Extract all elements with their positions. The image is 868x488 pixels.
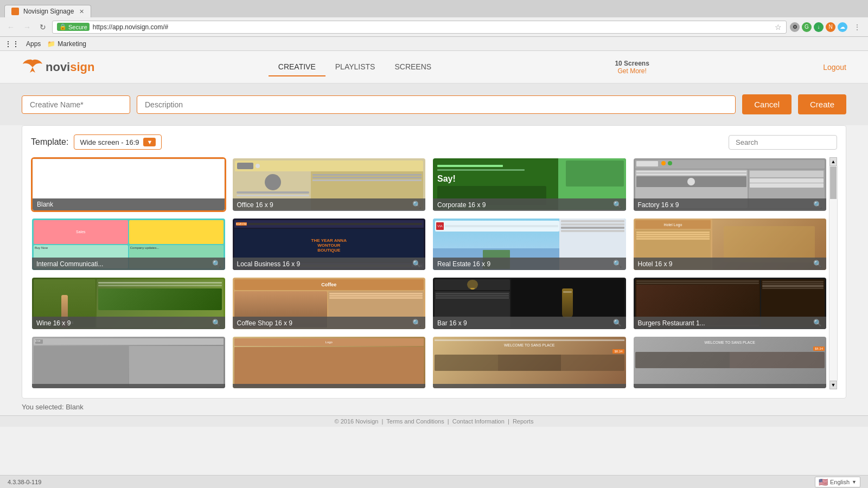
- nav-bar: ← → ↻ 🔒 Secure https://app.novisign.com/…: [0, 17, 868, 37]
- nav-screens[interactable]: SCREENS: [385, 58, 441, 76]
- tab-favicon: [11, 8, 19, 15]
- template-card-local-biz[interactable]: KGB FM THE YEAR ANNAWONTOURBOUTIQUE KGB …: [232, 217, 427, 271]
- template-label-blank: Blank: [33, 198, 225, 210]
- footer-contact[interactable]: Contact Information: [452, 418, 505, 425]
- footer-reports[interactable]: Reports: [513, 418, 534, 425]
- app-body: novi sign CREATIVE PLAYLISTS SCREENS 10 …: [0, 51, 868, 488]
- logout-button[interactable]: Logout: [823, 63, 846, 72]
- template-label-partial3: [433, 384, 626, 388]
- reload-button[interactable]: ↻: [37, 22, 49, 33]
- template-label-partial1: [32, 384, 225, 388]
- template-card-hotel[interactable]: Hotel Logo: [633, 217, 828, 271]
- status-bar: 4.3.38-0-119 🇺🇸 English ▼: [0, 475, 868, 488]
- scroll-down-button[interactable]: ▼: [829, 381, 837, 389]
- language-selector[interactable]: 🇺🇸 English ▼: [815, 477, 860, 487]
- zoom-icon-wine[interactable]: 🔍: [212, 319, 221, 327]
- address-bar[interactable]: 🔒 Secure https://app.novisign.com/# ☆: [52, 21, 787, 34]
- template-section: Template: Wide screen - 16:9 ▼: [22, 125, 846, 399]
- template-dropdown[interactable]: Wide screen - 16:9 ▼: [74, 134, 162, 150]
- get-more-link[interactable]: Get More!: [615, 67, 649, 75]
- bookmark-marketing[interactable]: 📁 Marketing: [47, 40, 86, 48]
- template-card-coffee[interactable]: Coffee: [232, 277, 427, 330]
- ext-icon-3[interactable]: ↓: [814, 22, 824, 32]
- template-preview-partial1: תורות: [32, 337, 225, 388]
- zoom-icon-coffee[interactable]: 🔍: [412, 319, 421, 327]
- forward-button[interactable]: →: [21, 22, 34, 33]
- back-button[interactable]: ←: [4, 22, 17, 33]
- template-preview-partial3: WELCOME TO SANS PLACE $8.34: [433, 337, 626, 388]
- template-card-partial4[interactable]: WELCOME TO SANS PLACE $8.34: [633, 336, 828, 389]
- flag-icon: 🇺🇸: [819, 478, 828, 486]
- zoom-icon[interactable]: 🔍: [412, 201, 421, 209]
- dropdown-value: Wide screen - 16:9: [80, 138, 139, 146]
- top-nav: novi sign CREATIVE PLAYLISTS SCREENS 10 …: [0, 51, 868, 84]
- browser-chrome: Novisign Signage ✕ ← → ↻ 🔒 Secure https:…: [0, 0, 868, 51]
- template-card-blank[interactable]: Blank: [31, 157, 226, 212]
- chevron-down-icon: ▼: [143, 138, 156, 146]
- secure-badge: 🔒 Secure: [57, 23, 90, 31]
- ext-icon-5[interactable]: ☁: [838, 22, 847, 32]
- secure-label: Secure: [68, 24, 87, 30]
- template-label-wine: Wine 16 x 9 🔍: [32, 317, 225, 329]
- scrollbar[interactable]: ▲ ▼: [829, 157, 837, 389]
- bookmark-label: Marketing: [58, 40, 86, 48]
- url-text: https://app.novisign.com/#: [93, 23, 771, 31]
- template-label-real-estate: Real Estate 16 x 9 🔍: [433, 258, 626, 270]
- template-preview-partial4: WELCOME TO SANS PLACE $8.34: [634, 337, 827, 388]
- template-card-internal[interactable]: Sales Buy Now Company updates... Interna…: [31, 217, 226, 271]
- creative-name-input[interactable]: [22, 95, 130, 114]
- template-label-bar: Bar 16 x 9 🔍: [433, 317, 626, 329]
- zoom-icon-corp[interactable]: 🔍: [613, 201, 622, 209]
- zoom-icon-local-biz[interactable]: 🔍: [412, 260, 421, 268]
- nav-playlists[interactable]: PLAYLISTS: [326, 58, 385, 76]
- footer-terms[interactable]: Terms and Conditions: [386, 418, 444, 425]
- zoom-icon-burgers[interactable]: 🔍: [813, 319, 822, 327]
- scroll-thumb[interactable]: [830, 166, 837, 199]
- description-input[interactable]: [137, 95, 736, 114]
- template-grid-wrapper: Blank: [31, 157, 827, 389]
- bookmark-apps[interactable]: Apps: [26, 40, 41, 48]
- zoom-icon-hotel[interactable]: 🔍: [813, 260, 822, 268]
- template-label: Template:: [31, 137, 68, 147]
- template-card-office[interactable]: Office 16 x 9 🔍: [232, 157, 427, 212]
- nav-links: CREATIVE PLAYLISTS SCREENS: [269, 58, 441, 76]
- scroll-track: [829, 166, 838, 381]
- template-label-burgers: Burgers Restaurant 1... 🔍: [634, 317, 827, 329]
- template-card-bar[interactable]: Bar 16 x 9 🔍: [432, 277, 627, 330]
- zoom-icon-internal[interactable]: 🔍: [212, 260, 221, 268]
- template-label-partial4: [634, 384, 827, 388]
- template-card-real-estate[interactable]: VIA: [432, 217, 627, 271]
- logo-bird-icon: [22, 57, 43, 76]
- logo-sign: sign: [70, 60, 94, 74]
- template-card-partial3[interactable]: WELCOME TO SANS PLACE $8.34: [432, 336, 627, 389]
- template-card-corporate[interactable]: Say! Corporate 16 x 9 🔍: [432, 157, 627, 212]
- create-button[interactable]: Create: [798, 94, 846, 114]
- search-input[interactable]: [729, 135, 837, 150]
- scroll-area: Blank: [31, 157, 837, 389]
- template-card-burgers[interactable]: Burgers Restaurant 1... 🔍: [633, 277, 828, 330]
- apps-icon[interactable]: ⋮⋮: [4, 40, 20, 48]
- zoom-icon-bar[interactable]: 🔍: [613, 319, 622, 327]
- zoom-icon-factory[interactable]: 🔍: [813, 201, 822, 209]
- bookmark-star-icon[interactable]: ☆: [775, 23, 782, 31]
- ext-icon-4[interactable]: N: [826, 22, 835, 32]
- close-tab-button[interactable]: ✕: [79, 8, 84, 15]
- cancel-button[interactable]: Cancel: [742, 94, 792, 114]
- ext-icon-1[interactable]: ⚙: [790, 22, 800, 32]
- screens-count: 10 Screens: [615, 60, 649, 67]
- template-card-wine[interactable]: Welcomes: [31, 277, 226, 330]
- more-button[interactable]: ⋮: [851, 22, 864, 33]
- template-card-partial2[interactable]: Logo: [232, 336, 427, 389]
- footer-bar: © 2016 Novisign | Terms and Conditions |…: [0, 415, 868, 427]
- logo: novi sign: [22, 57, 94, 76]
- nav-creative[interactable]: CREATIVE: [269, 58, 326, 76]
- template-label-local-biz: Local Business 16 x 9 🔍: [233, 258, 426, 270]
- ext-icon-2[interactable]: G: [802, 22, 812, 32]
- browser-tab[interactable]: Novisign Signage ✕: [4, 5, 91, 17]
- zoom-icon-real-estate[interactable]: 🔍: [613, 260, 622, 268]
- scroll-up-button[interactable]: ▲: [829, 157, 837, 166]
- extension-icons: ⚙ G ↓ N ☁: [790, 22, 847, 32]
- template-label-hotel: Hotel 16 x 9 🔍: [634, 258, 827, 270]
- template-card-partial1[interactable]: תורות: [31, 336, 226, 389]
- template-card-factory[interactable]: Factory 16 x 9 🔍: [633, 157, 828, 212]
